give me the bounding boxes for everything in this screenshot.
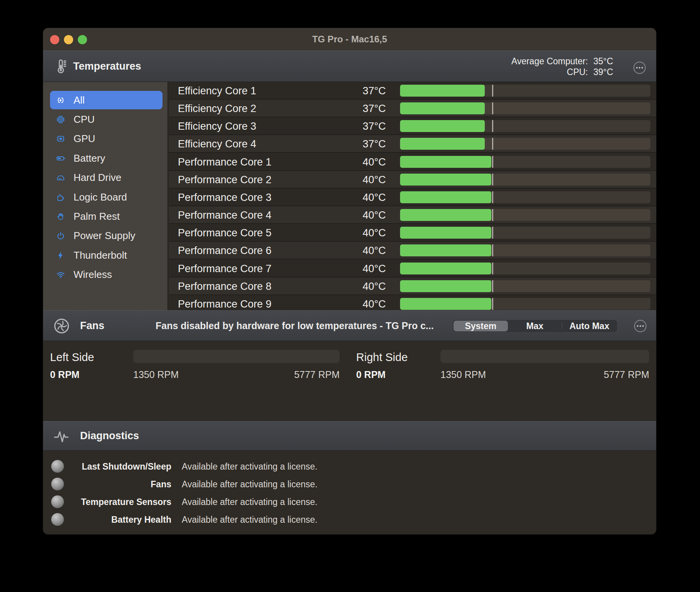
diagnostics-body: Last Shutdown/SleepAvailable after activ… [43, 451, 656, 534]
temperature-row: Performance Core 340°C [169, 189, 656, 206]
temperature-row: Performance Core 440°C [169, 206, 656, 224]
sensor-temperature: 40°C [169, 189, 386, 206]
temperature-bar [400, 85, 650, 97]
fan-mode-max[interactable]: Max [508, 321, 562, 331]
temperature-bar-fill [400, 156, 491, 168]
fan-mode-system[interactable]: System [454, 321, 508, 331]
sensor-temperature: 40°C [169, 206, 386, 223]
fans-menu-button[interactable] [634, 320, 646, 332]
temperature-bar-tick [492, 227, 493, 239]
temperature-row: Efficiency Core 437°C [169, 135, 656, 153]
temperature-bar-tick [492, 156, 493, 168]
cpu-temp-label: CPU: [511, 67, 588, 77]
temperature-bar [400, 263, 650, 274]
temperature-bar-tick [492, 102, 493, 114]
fan-left-side: Left Side0 RPM1350 RPM5777 RPM [50, 341, 340, 421]
temperature-bar [400, 138, 650, 150]
sensor-temperature: 40°C [169, 260, 386, 277]
temperature-bar-fill [400, 120, 485, 132]
temperature-bar-tick [492, 120, 493, 132]
fans-title: Fans [80, 311, 104, 341]
sidebar-item-label: Hard Drive [74, 172, 121, 184]
sensor-temperature: 37°C [169, 82, 386, 99]
sidebar-item-label: All [74, 94, 85, 106]
window-title: TG Pro - Mac16,5 [43, 28, 656, 50]
window-titlebar[interactable]: TG Pro - Mac16,5 [43, 28, 656, 51]
fan-icon [53, 318, 70, 334]
temperature-bar-fill [400, 102, 485, 114]
diagnostic-row: Temperature SensorsAvailable after activ… [43, 493, 656, 511]
temperature-bar [400, 209, 650, 221]
hard-drive-icon [55, 172, 66, 183]
temperature-bar [400, 120, 650, 132]
fan-status-message: Fans disabled by hardware for low temper… [156, 311, 434, 341]
diagnostic-label: Last Shutdown/Sleep [43, 458, 171, 475]
temperatures-title: Temperatures [73, 51, 141, 82]
temperature-bar-fill [400, 227, 491, 239]
logic-board-icon [55, 192, 66, 202]
temperature-summary: Average Computer: 35°C CPU: 39°C [511, 56, 618, 77]
sensor-temperature: 40°C [169, 278, 386, 294]
diagnostic-label: Battery Health [43, 511, 171, 528]
sidebar-item-cpu[interactable]: CPU [50, 110, 162, 129]
sensor-temperature: 40°C [169, 295, 386, 310]
sidebar-item-all[interactable]: All [50, 91, 162, 109]
palm-rest-icon [55, 211, 66, 222]
diagnostics-title: Diagnostics [80, 421, 139, 450]
temperature-bar-fill [400, 280, 491, 292]
sidebar-item-label: Logic Board [74, 191, 127, 203]
temperature-bar-fill [400, 244, 491, 256]
sensor-temperature: 40°C [169, 171, 386, 188]
sensor-temperature: 37°C [169, 100, 386, 117]
sidebar-item-logic-board[interactable]: Logic Board [50, 188, 162, 206]
fan-mode-auto-max[interactable]: Auto Max [562, 321, 616, 331]
diagnostic-value: Available after activating a license. [182, 493, 317, 511]
temperature-bar-tick [492, 191, 493, 203]
temperature-row: Performance Core 740°C [169, 260, 656, 278]
sensor-temperature: 40°C [169, 242, 386, 259]
sidebar-item-palm-rest[interactable]: Palm Rest [50, 207, 162, 226]
temperature-row: Efficiency Core 237°C [169, 100, 656, 117]
temperature-bar-tick [492, 209, 493, 221]
temperature-bar [400, 280, 650, 292]
temperature-bar [400, 191, 650, 203]
sidebar-item-gpu[interactable]: GPU [50, 130, 162, 148]
temperature-bar-fill [400, 263, 491, 274]
temperature-list: Efficiency Core 137°CEfficiency Core 237… [169, 82, 656, 310]
temperature-row: Performance Core 140°C [169, 153, 656, 171]
sidebar-item-hard-drive[interactable]: Hard Drive [50, 169, 162, 187]
desktop-background: TG Pro - Mac16,5 Temperatures Average Co… [0, 0, 700, 592]
fan-max-rpm: 5777 RPM [604, 369, 649, 380]
sidebar-item-label: Thunderbolt [74, 249, 127, 261]
temperature-bar [400, 174, 650, 186]
temperature-bar [400, 298, 650, 310]
sidebar-item-thunderbolt[interactable]: Thunderbolt [50, 246, 162, 264]
fan-speed-bar [133, 350, 340, 363]
temperature-bar-fill [400, 138, 485, 150]
fan-name: Right Side [356, 351, 408, 364]
temperature-bar-tick [492, 138, 493, 150]
temperature-row: Efficiency Core 137°C [169, 82, 656, 100]
thunderbolt-icon [55, 250, 66, 261]
thermometer-icon [52, 57, 69, 75]
sidebar-item-wireless[interactable]: Wireless [50, 266, 162, 284]
diagnostic-label: Fans [43, 475, 171, 493]
temperatures-menu-button[interactable] [633, 62, 646, 74]
diagnostic-row: Battery HealthAvailable after activating… [43, 511, 656, 528]
temperature-row: Performance Core 640°C [169, 242, 656, 259]
sidebar-item-power-supply[interactable]: Power Supply [50, 227, 162, 245]
fan-min-rpm: 1350 RPM [440, 369, 486, 380]
temperature-bar-fill [400, 85, 485, 97]
temperature-bar-fill [400, 191, 491, 203]
fan-current-rpm: 0 RPM [50, 369, 79, 380]
cpu-icon [55, 114, 66, 125]
power-supply-icon [55, 231, 66, 241]
fan-right-side: Right Side0 RPM1350 RPM5777 RPM [356, 341, 649, 421]
temperature-row: Performance Core 240°C [169, 171, 656, 189]
temperature-bar-tick [492, 298, 493, 310]
diagnostic-row: FansAvailable after activating a license… [43, 475, 656, 493]
diagnostic-label: Temperature Sensors [43, 493, 171, 511]
sidebar-item-battery[interactable]: Battery [50, 149, 162, 167]
sidebar-item-label: Power Supply [74, 230, 135, 242]
diagnostic-value: Available after activating a license. [182, 475, 317, 493]
